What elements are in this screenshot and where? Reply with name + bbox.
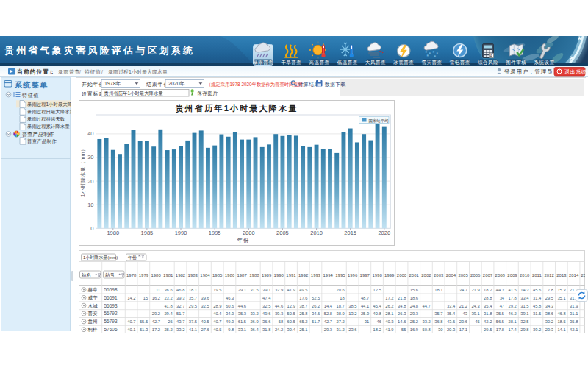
svg-text:46.8: 46.8 [176, 288, 184, 292]
svg-text:29.5: 29.5 [189, 304, 197, 308]
svg-text:1986: 1986 [225, 273, 235, 277]
svg-text:17.1: 17.1 [459, 328, 467, 332]
svg-text:2010: 2010 [520, 273, 530, 277]
svg-text:站号: 站号 [105, 272, 115, 278]
svg-text:15: 15 [143, 296, 148, 300]
svg-text:30.2: 30.2 [545, 319, 553, 324]
svg-text:31.9: 31.9 [570, 304, 578, 308]
svg-text:40.7: 40.7 [127, 319, 135, 324]
svg-text:35.4: 35.4 [484, 304, 492, 308]
svg-text:35.4: 35.4 [447, 311, 456, 316]
svg-text:17.2: 17.2 [385, 296, 393, 300]
svg-text:综合风险: 综合风险 [478, 60, 498, 66]
svg-text:1995: 1995 [209, 230, 221, 236]
svg-text:1989: 1989 [262, 273, 272, 277]
svg-text:39.3: 39.3 [275, 311, 283, 316]
svg-text:31.5: 31.5 [250, 288, 258, 292]
svg-text:28.9: 28.9 [213, 304, 221, 308]
svg-text:25.8: 25.8 [299, 311, 307, 316]
svg-text:14.4: 14.4 [324, 304, 333, 308]
svg-text:28.8: 28.8 [484, 296, 492, 300]
svg-text:14.1: 14.1 [557, 328, 565, 332]
svg-text:42.2: 42.2 [484, 319, 492, 324]
svg-text:38.6: 38.6 [545, 311, 553, 316]
svg-text:普查产品制作: 普查产品制作 [27, 138, 57, 144]
svg-text:32.7: 32.7 [176, 304, 184, 308]
svg-text:2012: 2012 [544, 273, 554, 277]
svg-text:33.4: 33.4 [447, 304, 456, 308]
svg-text:赫章: 赫章 [88, 287, 98, 292]
svg-text:年份: 年份 [237, 237, 250, 244]
svg-text:1999: 1999 [384, 273, 395, 277]
svg-text:国家站平均: 国家站平均 [369, 118, 389, 124]
svg-text:56691: 56691 [104, 295, 118, 300]
svg-text:34.8: 34.8 [398, 304, 406, 308]
svg-text:26.2: 26.2 [312, 304, 320, 308]
svg-text:1979: 1979 [139, 273, 149, 277]
svg-text:38.5: 38.5 [348, 304, 356, 308]
svg-text:38.7: 38.7 [299, 304, 307, 308]
svg-text:26.9: 26.9 [250, 319, 258, 324]
svg-text:29.4: 29.4 [164, 311, 173, 316]
svg-text:29.5: 29.5 [545, 296, 553, 300]
svg-text:1978年: 1978年 [104, 81, 121, 86]
svg-text:2006: 2006 [470, 273, 481, 277]
svg-text:2020年: 2020年 [168, 81, 185, 86]
svg-text:1981: 1981 [163, 273, 173, 277]
svg-text:2009: 2009 [507, 273, 517, 277]
svg-text:34: 34 [500, 296, 505, 300]
svg-text:特征值: 特征值 [22, 93, 39, 99]
svg-text:31.5: 31.5 [533, 311, 541, 316]
svg-text:31.5: 31.5 [520, 304, 528, 308]
svg-text:27.2: 27.2 [337, 319, 345, 324]
svg-text:14.6: 14.6 [398, 319, 406, 324]
svg-text:41.9: 41.9 [385, 328, 393, 332]
svg-text:29.2: 29.2 [509, 304, 517, 308]
svg-text:51.7: 51.7 [312, 319, 320, 324]
svg-text:18: 18 [340, 296, 344, 300]
svg-text:盘州: 盘州 [88, 319, 98, 325]
svg-text:28.2: 28.2 [164, 328, 172, 332]
svg-text:60.5: 60.5 [287, 319, 295, 324]
svg-text:2010: 2010 [310, 230, 323, 236]
svg-text:27.6: 27.6 [201, 328, 209, 332]
svg-text:56598: 56598 [104, 287, 118, 292]
svg-text:1980: 1980 [151, 273, 161, 277]
svg-text:43.6: 43.6 [447, 319, 455, 324]
svg-text:2015: 2015 [581, 273, 585, 277]
svg-text:41.1: 41.1 [189, 328, 197, 332]
svg-text:46.8: 46.8 [557, 311, 565, 316]
svg-text:18.1: 18.1 [189, 288, 197, 292]
svg-text:18.6: 18.6 [410, 296, 418, 300]
svg-text:36.6: 36.6 [164, 288, 172, 292]
svg-text:图件审核: 图件审核 [506, 60, 526, 65]
svg-text:1995: 1995 [335, 273, 345, 277]
svg-text:干旱普查: 干旱普查 [281, 60, 301, 66]
svg-text:25.2: 25.2 [410, 319, 418, 324]
svg-text:36.8: 36.8 [434, 319, 442, 324]
svg-text:9.8: 9.8 [228, 328, 234, 332]
svg-text:21.2: 21.2 [459, 304, 467, 308]
svg-text:39.1: 39.1 [471, 311, 479, 316]
svg-text:39.1: 39.1 [262, 288, 270, 292]
svg-text:44.6: 44.6 [238, 304, 246, 308]
svg-text:48.7: 48.7 [361, 296, 369, 300]
svg-text:2000: 2000 [243, 230, 255, 236]
svg-text:29.5: 29.5 [484, 328, 492, 332]
svg-text:34.9: 34.9 [226, 311, 234, 316]
svg-text:39.3: 39.3 [176, 296, 184, 300]
svg-text:2004: 2004 [446, 273, 456, 277]
svg-text:2014: 2014 [569, 273, 579, 277]
svg-text:特征值: 特征值 [85, 69, 101, 75]
svg-text:1990: 1990 [274, 273, 284, 277]
svg-text:14.3: 14.3 [520, 288, 528, 292]
svg-text:设置标题: 设置标题 [82, 91, 104, 97]
svg-text:1988: 1988 [249, 273, 259, 277]
svg-text:32.5: 32.5 [262, 304, 270, 308]
svg-text:35.5: 35.5 [496, 311, 504, 316]
svg-text:退出系统: 退出系统 [564, 68, 587, 75]
svg-text:52.5: 52.5 [312, 296, 320, 300]
svg-text:2011: 2011 [532, 273, 542, 277]
svg-text:51.7: 51.7 [176, 311, 184, 316]
svg-text:39.4: 39.4 [287, 328, 296, 332]
